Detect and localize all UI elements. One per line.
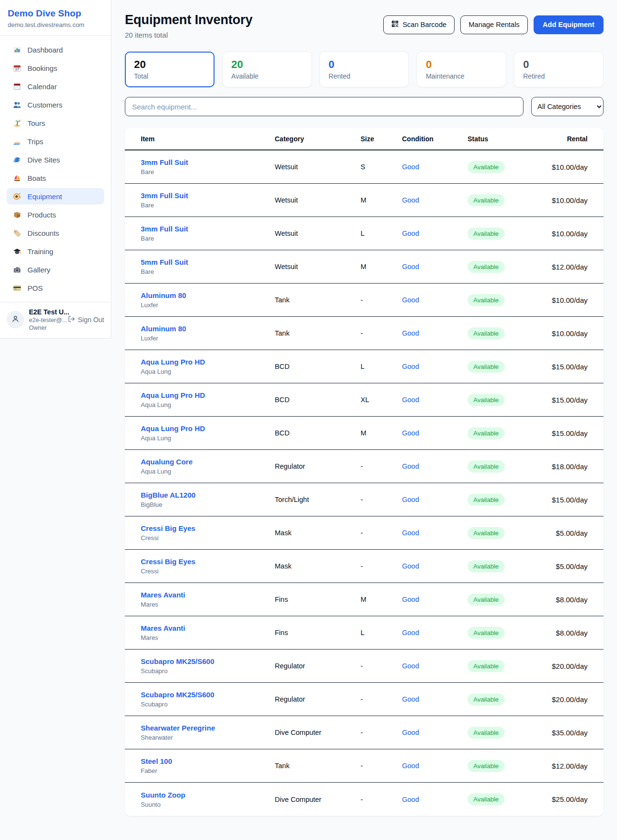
condition-link[interactable]: Good <box>402 263 468 271</box>
status-cell: Available <box>468 560 536 572</box>
brand-name[interactable]: Demo Dive Shop <box>8 8 103 19</box>
sidebar-item-discounts[interactable]: Discounts <box>7 225 104 241</box>
item-name-link[interactable]: Mares Avanti <box>141 624 275 632</box>
item-cell: Aqualung Core Aqua Lung <box>141 458 275 475</box>
item-name-link[interactable]: Aqualung Core <box>141 458 275 466</box>
manage-rentals-button[interactable]: Manage Rentals <box>460 15 528 34</box>
sidebar-item-trips[interactable]: Trips <box>7 133 104 149</box>
stat-card-total[interactable]: 20 Total <box>125 52 215 87</box>
sidebar-item-gallery[interactable]: Gallery <box>7 261 104 278</box>
item-name-link[interactable]: Aqua Lung Pro HD <box>141 391 275 399</box>
sidebar-item-equipment[interactable]: Equipment <box>7 188 104 204</box>
sidebar-item-calendar[interactable]: Calendar <box>7 78 104 95</box>
condition-link[interactable]: Good <box>402 196 468 204</box>
condition-link[interactable]: Good <box>402 363 468 370</box>
column-header-condition: Condition <box>402 135 468 143</box>
add-equipment-label: Add Equipment <box>543 21 594 29</box>
size-cell: - <box>361 562 402 570</box>
stat-card-maintenance[interactable]: 0 Maintenance <box>416 52 506 87</box>
status-badge: Available <box>468 727 505 739</box>
sidebar-item-dive-sites[interactable]: Dive Sites <box>7 151 104 168</box>
condition-link[interactable]: Good <box>402 662 468 670</box>
sign-out-label: Sign Out <box>78 316 104 324</box>
status-badge: Available <box>468 627 505 639</box>
add-equipment-button[interactable]: Add Equipment <box>534 15 604 34</box>
rental-cell: $10.00/day <box>536 163 588 171</box>
table-row: BigBlue AL1200 BigBlue Torch/Light - Goo… <box>125 483 604 516</box>
size-cell: M <box>361 429 402 437</box>
item-name-link[interactable]: 3mm Full Suit <box>141 225 275 233</box>
condition-link[interactable]: Good <box>402 496 468 503</box>
item-name-link[interactable]: Steel 100 <box>141 757 275 765</box>
condition-link[interactable]: Good <box>402 562 468 570</box>
category-cell: Wetsuit <box>275 230 361 237</box>
item-name-link[interactable]: 3mm Full Suit <box>141 158 275 166</box>
stat-card-available[interactable]: 20 Available <box>222 52 312 87</box>
condition-link[interactable]: Good <box>402 796 468 803</box>
item-name-link[interactable]: Aluminum 80 <box>141 291 275 299</box>
condition-link[interactable]: Good <box>402 596 468 603</box>
sidebar-item-label: Dashboard <box>27 46 63 54</box>
sidebar-item-pos[interactable]: POS <box>7 280 104 296</box>
condition-link[interactable]: Good <box>402 762 468 770</box>
status-badge: Available <box>468 294 505 306</box>
sidebar-item-tours[interactable]: Tours <box>7 115 104 131</box>
item-cell: Steel 100 Faber <box>141 757 275 774</box>
status-badge: Available <box>468 194 505 206</box>
table-row: Mares Avanti Mares Fins M Good Available… <box>125 583 604 616</box>
condition-link[interactable]: Good <box>402 529 468 537</box>
sign-out-button[interactable]: Sign Out <box>68 315 104 324</box>
scan-barcode-button[interactable]: Scan Barcode <box>383 15 455 34</box>
brand: Demo Dive Shop demo.test.divestreams.com <box>0 0 111 36</box>
status-badge: Available <box>468 693 505 705</box>
item-name-link[interactable]: Aqua Lung Pro HD <box>141 424 275 433</box>
condition-link[interactable]: Good <box>402 230 468 237</box>
stat-card-rented[interactable]: 0 Rented <box>320 52 409 87</box>
table-row: 5mm Full Suit Bare Wetsuit M Good Availa… <box>125 250 604 284</box>
item-name-link[interactable]: Cressi Big Eyes <box>141 557 275 566</box>
status-cell: Available <box>468 261 536 273</box>
condition-link[interactable]: Good <box>402 729 468 736</box>
item-name-link[interactable]: 5mm Full Suit <box>141 258 275 266</box>
item-name-link[interactable]: Aluminum 80 <box>141 325 275 333</box>
item-name-link[interactable]: Shearwater Peregrine <box>141 724 275 732</box>
rental-cell: $12.00/day <box>536 263 588 271</box>
sidebar-item-bookings[interactable]: 17 Bookings <box>7 60 104 76</box>
condition-link[interactable]: Good <box>402 629 468 637</box>
item-name-link[interactable]: Scubapro MK25/S600 <box>141 657 275 665</box>
sidebar-item-products[interactable]: Products <box>7 206 104 223</box>
status-badge: Available <box>468 461 505 473</box>
category-select[interactable]: All Categories <box>531 97 604 116</box>
condition-link[interactable]: Good <box>402 695 468 703</box>
item-name-link[interactable]: BigBlue AL1200 <box>141 491 275 499</box>
condition-link[interactable]: Good <box>402 329 468 337</box>
column-header-size: Size <box>361 135 402 143</box>
sidebar-item-boats[interactable]: Boats <box>7 170 104 186</box>
condition-link[interactable]: Good <box>402 396 468 404</box>
status-badge: Available <box>468 161 505 173</box>
brand-domain: demo.test.divestreams.com <box>8 21 103 28</box>
rental-cell: $5.00/day <box>536 529 588 537</box>
condition-link[interactable]: Good <box>402 462 468 470</box>
sidebar-item-training[interactable]: Training <box>7 243 104 259</box>
item-name-link[interactable]: Scubapro MK25/S600 <box>141 691 275 699</box>
item-name-link[interactable]: Aqua Lung Pro HD <box>141 358 275 366</box>
stat-card-retired[interactable]: 0 Retired <box>514 52 604 87</box>
item-name-link[interactable]: Suunto Zoop <box>141 791 275 799</box>
item-brand: Shearwater <box>141 734 275 741</box>
status-cell: Available <box>468 527 536 539</box>
category-cell: Fins <box>275 596 361 603</box>
item-name-link[interactable]: Mares Avanti <box>141 591 275 599</box>
item-name-link[interactable]: 3mm Full Suit <box>141 191 275 200</box>
condition-link[interactable]: Good <box>402 296 468 304</box>
search-input[interactable] <box>125 97 523 116</box>
condition-link[interactable]: Good <box>402 429 468 437</box>
status-badge: Available <box>468 793 505 805</box>
tag-icon <box>13 229 21 237</box>
sidebar-item-dashboard[interactable]: Dashboard <box>7 41 104 58</box>
sidebar-item-label: Customers <box>27 101 63 109</box>
item-name-link[interactable]: Cressi Big Eyes <box>141 524 275 532</box>
condition-link[interactable]: Good <box>402 163 468 171</box>
item-cell: Suunto Zoop Suunto <box>141 791 275 808</box>
sidebar-item-customers[interactable]: Customers <box>7 96 104 113</box>
